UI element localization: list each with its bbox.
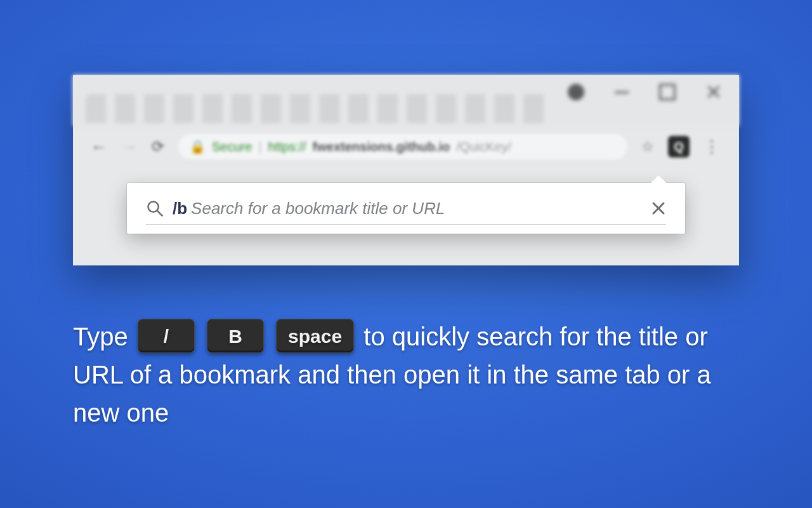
caption-prefix: Type — [73, 323, 135, 351]
search-prefix: /b — [173, 199, 187, 218]
key-slash: / — [138, 319, 195, 353]
quickey-search-popup: /b Search for a bookmark title or URL — [127, 183, 685, 234]
clear-icon[interactable] — [651, 201, 666, 216]
quickey-extension-button[interactable]: Q — [668, 136, 690, 157]
secure-label: Secure — [212, 140, 252, 154]
close-icon[interactable] — [706, 84, 721, 100]
reload-button[interactable]: ⟳ — [152, 138, 164, 156]
url-host: fwextensions.github.io — [313, 140, 450, 154]
back-button[interactable]: ← — [91, 137, 107, 157]
url-scheme: https:// — [268, 140, 306, 154]
extension-badge-letter: Q — [674, 140, 684, 154]
address-bar[interactable]: 🔒 Secure | https:// fwextensions.github.… — [178, 134, 627, 159]
search-icon — [146, 199, 164, 217]
input-underline — [146, 224, 666, 225]
key-b: B — [207, 319, 264, 353]
bookmark-star-icon[interactable]: ☆ — [641, 138, 654, 155]
minimize-icon[interactable] — [615, 91, 629, 93]
lock-icon: 🔒 — [190, 139, 206, 154]
browser-menu-button[interactable]: ⋮ — [704, 137, 721, 157]
browser-window: ← → ⟳ 🔒 Secure | https:// fwextensions.g… — [73, 75, 739, 265]
toolbar: ← → ⟳ 🔒 Secure | https:// fwextensions.g… — [73, 126, 739, 168]
profile-avatar-icon[interactable] — [568, 84, 584, 100]
promo-caption: Type / B space to quickly search for the… — [73, 318, 739, 432]
forward-button: → — [121, 137, 138, 157]
window-controls — [568, 84, 721, 100]
svg-line-1 — [157, 211, 162, 216]
tab-strip — [73, 75, 739, 126]
key-space: space — [276, 319, 354, 353]
url-path: /QuicKey/ — [456, 140, 511, 154]
search-input[interactable]: Search for a bookmark title or URL — [191, 199, 651, 218]
maximize-icon[interactable] — [659, 84, 676, 100]
